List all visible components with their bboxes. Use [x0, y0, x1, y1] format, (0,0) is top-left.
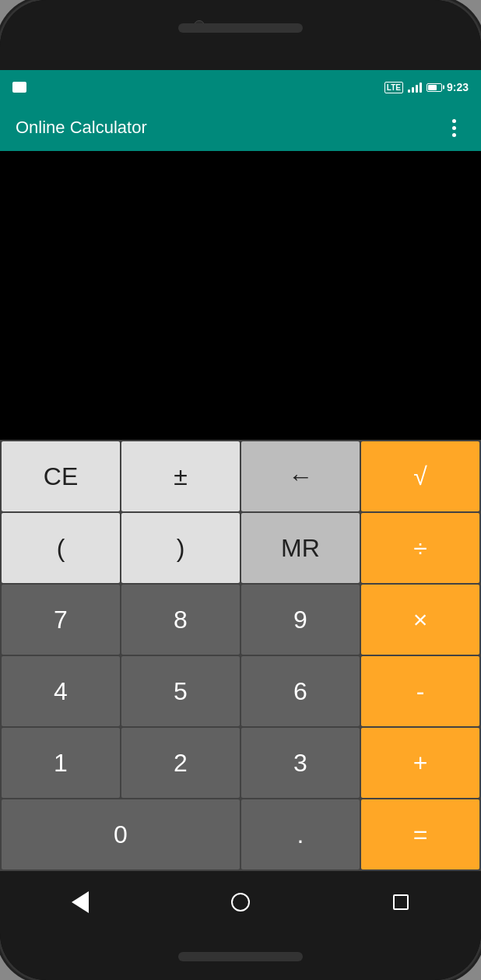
bottom-speaker — [178, 952, 303, 961]
battery-indicator — [427, 83, 442, 92]
status-bar: LTE 9:23 — [0, 70, 481, 104]
back-nav-button[interactable] — [61, 883, 100, 922]
status-left — [12, 82, 30, 93]
plus-minus-button[interactable]: ± — [121, 441, 240, 511]
phone-top — [0, 0, 481, 70]
screen: LTE 9:23 Online Calculator — [0, 70, 481, 933]
time-display: 9:23 — [447, 81, 469, 93]
menu-button[interactable] — [442, 116, 465, 139]
open-paren-button[interactable]: ( — [2, 513, 120, 583]
battery-icon — [427, 83, 442, 92]
home-nav-button[interactable] — [221, 883, 260, 922]
two-button[interactable]: 2 — [121, 728, 240, 798]
three-button[interactable]: 3 — [241, 728, 360, 798]
nine-button[interactable]: 9 — [241, 585, 360, 655]
nav-bar — [0, 871, 481, 933]
back-icon — [72, 891, 89, 913]
sqrt-button[interactable]: √ — [361, 441, 479, 511]
signal-bars — [408, 82, 422, 93]
six-button[interactable]: 6 — [241, 656, 360, 726]
one-button[interactable]: 1 — [2, 728, 120, 798]
status-right: LTE 9:23 — [384, 81, 469, 93]
add-button[interactable]: + — [361, 728, 479, 798]
app-bar: Online Calculator — [0, 104, 481, 151]
four-button[interactable]: 4 — [2, 656, 120, 726]
lte-badge: LTE — [384, 82, 403, 93]
zero-button[interactable]: 0 — [2, 799, 240, 869]
equals-button[interactable]: = — [361, 799, 479, 869]
subtract-button[interactable]: - — [361, 656, 479, 726]
phone-bottom — [0, 933, 481, 980]
ce-button[interactable]: CE — [2, 441, 120, 511]
close-paren-button[interactable]: ) — [121, 513, 240, 583]
recent-icon — [393, 894, 409, 910]
app-title: Online Calculator — [16, 118, 147, 138]
five-button[interactable]: 5 — [121, 656, 240, 726]
backspace-button[interactable]: ← — [241, 441, 360, 511]
divide-button[interactable]: ÷ — [361, 513, 479, 583]
recent-nav-button[interactable] — [381, 883, 420, 922]
mr-button[interactable]: MR — [241, 513, 360, 583]
eight-button[interactable]: 8 — [121, 585, 240, 655]
display-area — [0, 151, 481, 440]
sim-icon — [12, 82, 26, 93]
multiply-button[interactable]: × — [361, 585, 479, 655]
home-icon — [231, 893, 250, 912]
decimal-button[interactable]: . — [241, 799, 360, 869]
seven-button[interactable]: 7 — [2, 585, 120, 655]
speaker — [178, 23, 303, 33]
calc-grid: CE ± ← √ ( ) MR ÷ 7 8 9 × 4 5 6 - 1 2 3 … — [0, 440, 481, 871]
phone-frame: LTE 9:23 Online Calculator — [0, 0, 481, 980]
